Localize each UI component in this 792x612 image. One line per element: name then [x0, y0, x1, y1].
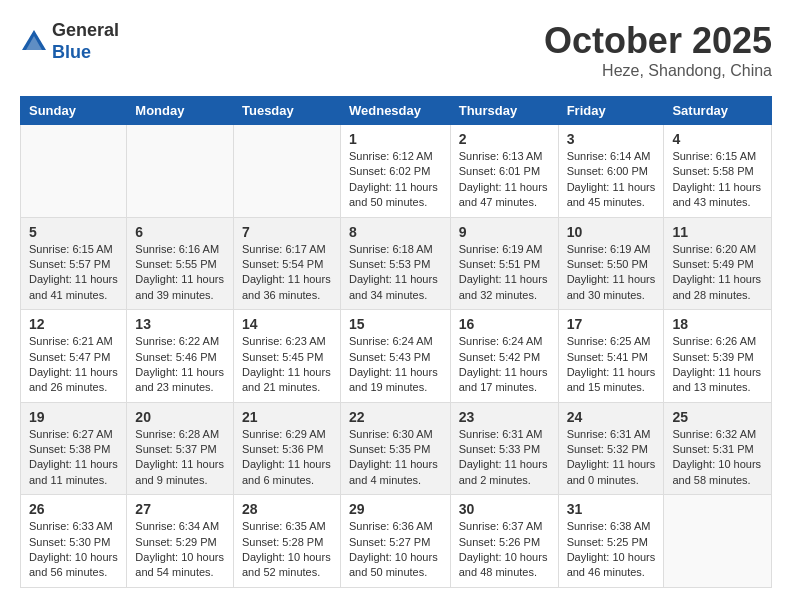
calendar-cell: 19Sunrise: 6:27 AM Sunset: 5:38 PM Dayli…	[21, 402, 127, 495]
weekday-header-cell: Sunday	[21, 97, 127, 125]
calendar-cell: 18Sunrise: 6:26 AM Sunset: 5:39 PM Dayli…	[664, 310, 772, 403]
day-info: Sunrise: 6:18 AM Sunset: 5:53 PM Dayligh…	[349, 242, 442, 304]
calendar-cell: 17Sunrise: 6:25 AM Sunset: 5:41 PM Dayli…	[558, 310, 664, 403]
day-info: Sunrise: 6:30 AM Sunset: 5:35 PM Dayligh…	[349, 427, 442, 489]
weekday-header-cell: Monday	[127, 97, 234, 125]
day-number: 23	[459, 409, 550, 425]
calendar-cell: 2Sunrise: 6:13 AM Sunset: 6:01 PM Daylig…	[450, 125, 558, 218]
day-number: 14	[242, 316, 332, 332]
day-info: Sunrise: 6:34 AM Sunset: 5:29 PM Dayligh…	[135, 519, 225, 581]
day-info: Sunrise: 6:21 AM Sunset: 5:47 PM Dayligh…	[29, 334, 118, 396]
calendar-week-row: 19Sunrise: 6:27 AM Sunset: 5:38 PM Dayli…	[21, 402, 772, 495]
calendar-cell: 29Sunrise: 6:36 AM Sunset: 5:27 PM Dayli…	[340, 495, 450, 588]
day-info: Sunrise: 6:38 AM Sunset: 5:25 PM Dayligh…	[567, 519, 656, 581]
calendar-cell: 1Sunrise: 6:12 AM Sunset: 6:02 PM Daylig…	[340, 125, 450, 218]
day-number: 13	[135, 316, 225, 332]
calendar-cell: 15Sunrise: 6:24 AM Sunset: 5:43 PM Dayli…	[340, 310, 450, 403]
day-number: 17	[567, 316, 656, 332]
day-number: 4	[672, 131, 763, 147]
logo-text: General Blue	[52, 20, 119, 63]
day-info: Sunrise: 6:20 AM Sunset: 5:49 PM Dayligh…	[672, 242, 763, 304]
day-number: 7	[242, 224, 332, 240]
calendar-cell: 8Sunrise: 6:18 AM Sunset: 5:53 PM Daylig…	[340, 217, 450, 310]
day-number: 29	[349, 501, 442, 517]
day-info: Sunrise: 6:15 AM Sunset: 5:58 PM Dayligh…	[672, 149, 763, 211]
day-info: Sunrise: 6:19 AM Sunset: 5:50 PM Dayligh…	[567, 242, 656, 304]
day-number: 25	[672, 409, 763, 425]
calendar-cell: 21Sunrise: 6:29 AM Sunset: 5:36 PM Dayli…	[233, 402, 340, 495]
calendar-cell: 12Sunrise: 6:21 AM Sunset: 5:47 PM Dayli…	[21, 310, 127, 403]
day-number: 1	[349, 131, 442, 147]
calendar-cell: 31Sunrise: 6:38 AM Sunset: 5:25 PM Dayli…	[558, 495, 664, 588]
calendar-cell: 7Sunrise: 6:17 AM Sunset: 5:54 PM Daylig…	[233, 217, 340, 310]
calendar-cell: 27Sunrise: 6:34 AM Sunset: 5:29 PM Dayli…	[127, 495, 234, 588]
weekday-header-cell: Saturday	[664, 97, 772, 125]
day-info: Sunrise: 6:36 AM Sunset: 5:27 PM Dayligh…	[349, 519, 442, 581]
calendar-cell: 10Sunrise: 6:19 AM Sunset: 5:50 PM Dayli…	[558, 217, 664, 310]
day-number: 28	[242, 501, 332, 517]
day-info: Sunrise: 6:13 AM Sunset: 6:01 PM Dayligh…	[459, 149, 550, 211]
day-info: Sunrise: 6:23 AM Sunset: 5:45 PM Dayligh…	[242, 334, 332, 396]
day-info: Sunrise: 6:29 AM Sunset: 5:36 PM Dayligh…	[242, 427, 332, 489]
calendar-cell	[21, 125, 127, 218]
calendar-cell: 14Sunrise: 6:23 AM Sunset: 5:45 PM Dayli…	[233, 310, 340, 403]
day-info: Sunrise: 6:16 AM Sunset: 5:55 PM Dayligh…	[135, 242, 225, 304]
calendar-body: 1Sunrise: 6:12 AM Sunset: 6:02 PM Daylig…	[21, 125, 772, 588]
day-number: 21	[242, 409, 332, 425]
day-info: Sunrise: 6:35 AM Sunset: 5:28 PM Dayligh…	[242, 519, 332, 581]
page: General Blue October 2025 Heze, Shandong…	[0, 0, 792, 608]
calendar-table: SundayMondayTuesdayWednesdayThursdayFrid…	[20, 96, 772, 588]
day-info: Sunrise: 6:12 AM Sunset: 6:02 PM Dayligh…	[349, 149, 442, 211]
day-number: 16	[459, 316, 550, 332]
weekday-header-cell: Friday	[558, 97, 664, 125]
calendar-cell: 16Sunrise: 6:24 AM Sunset: 5:42 PM Dayli…	[450, 310, 558, 403]
day-number: 19	[29, 409, 118, 425]
day-number: 15	[349, 316, 442, 332]
calendar-week-row: 5Sunrise: 6:15 AM Sunset: 5:57 PM Daylig…	[21, 217, 772, 310]
day-info: Sunrise: 6:14 AM Sunset: 6:00 PM Dayligh…	[567, 149, 656, 211]
day-number: 9	[459, 224, 550, 240]
calendar-cell: 23Sunrise: 6:31 AM Sunset: 5:33 PM Dayli…	[450, 402, 558, 495]
calendar-cell: 30Sunrise: 6:37 AM Sunset: 5:26 PM Dayli…	[450, 495, 558, 588]
calendar-cell: 5Sunrise: 6:15 AM Sunset: 5:57 PM Daylig…	[21, 217, 127, 310]
weekday-header-cell: Thursday	[450, 97, 558, 125]
day-number: 30	[459, 501, 550, 517]
day-info: Sunrise: 6:24 AM Sunset: 5:43 PM Dayligh…	[349, 334, 442, 396]
day-number: 3	[567, 131, 656, 147]
day-number: 12	[29, 316, 118, 332]
title-block: October 2025 Heze, Shandong, China	[544, 20, 772, 80]
location: Heze, Shandong, China	[544, 62, 772, 80]
calendar-cell: 28Sunrise: 6:35 AM Sunset: 5:28 PM Dayli…	[233, 495, 340, 588]
day-number: 18	[672, 316, 763, 332]
day-number: 11	[672, 224, 763, 240]
day-info: Sunrise: 6:25 AM Sunset: 5:41 PM Dayligh…	[567, 334, 656, 396]
day-info: Sunrise: 6:19 AM Sunset: 5:51 PM Dayligh…	[459, 242, 550, 304]
calendar-cell	[233, 125, 340, 218]
calendar-cell: 11Sunrise: 6:20 AM Sunset: 5:49 PM Dayli…	[664, 217, 772, 310]
day-info: Sunrise: 6:37 AM Sunset: 5:26 PM Dayligh…	[459, 519, 550, 581]
calendar-cell: 25Sunrise: 6:32 AM Sunset: 5:31 PM Dayli…	[664, 402, 772, 495]
weekday-header-cell: Tuesday	[233, 97, 340, 125]
calendar-cell: 9Sunrise: 6:19 AM Sunset: 5:51 PM Daylig…	[450, 217, 558, 310]
calendar-week-row: 1Sunrise: 6:12 AM Sunset: 6:02 PM Daylig…	[21, 125, 772, 218]
logo: General Blue	[20, 20, 119, 63]
day-number: 27	[135, 501, 225, 517]
day-number: 8	[349, 224, 442, 240]
day-info: Sunrise: 6:31 AM Sunset: 5:33 PM Dayligh…	[459, 427, 550, 489]
day-number: 10	[567, 224, 656, 240]
calendar-cell: 26Sunrise: 6:33 AM Sunset: 5:30 PM Dayli…	[21, 495, 127, 588]
calendar-week-row: 26Sunrise: 6:33 AM Sunset: 5:30 PM Dayli…	[21, 495, 772, 588]
calendar-cell: 13Sunrise: 6:22 AM Sunset: 5:46 PM Dayli…	[127, 310, 234, 403]
month-title: October 2025	[544, 20, 772, 62]
day-number: 26	[29, 501, 118, 517]
calendar-cell: 24Sunrise: 6:31 AM Sunset: 5:32 PM Dayli…	[558, 402, 664, 495]
day-info: Sunrise: 6:33 AM Sunset: 5:30 PM Dayligh…	[29, 519, 118, 581]
day-info: Sunrise: 6:17 AM Sunset: 5:54 PM Dayligh…	[242, 242, 332, 304]
calendar-cell	[664, 495, 772, 588]
day-number: 5	[29, 224, 118, 240]
day-number: 31	[567, 501, 656, 517]
day-info: Sunrise: 6:26 AM Sunset: 5:39 PM Dayligh…	[672, 334, 763, 396]
day-info: Sunrise: 6:31 AM Sunset: 5:32 PM Dayligh…	[567, 427, 656, 489]
day-info: Sunrise: 6:27 AM Sunset: 5:38 PM Dayligh…	[29, 427, 118, 489]
weekday-header-cell: Wednesday	[340, 97, 450, 125]
